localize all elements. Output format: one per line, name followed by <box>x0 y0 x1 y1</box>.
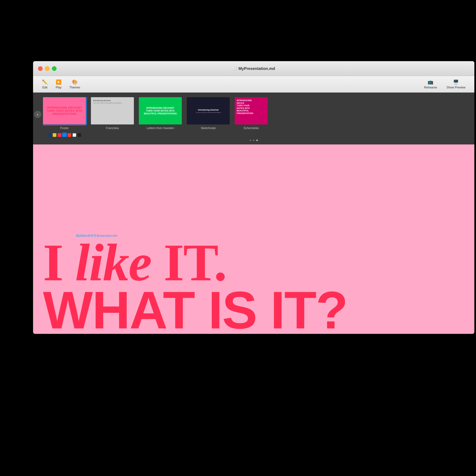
traffic-lights <box>38 66 56 71</box>
color-swatches <box>48 133 81 137</box>
document-icon: ⬜ <box>232 67 237 71</box>
dot-1[interactable] <box>250 139 251 141</box>
edit-icon: ✏️ <box>42 79 48 85</box>
franziska-name: Franziska <box>106 126 119 130</box>
pagination <box>43 139 464 143</box>
dot-3[interactable] <box>256 139 258 141</box>
rehearse-button[interactable]: 📺 Rehearse <box>420 78 441 91</box>
play-button[interactable]: ▶️ Play <box>52 78 66 91</box>
swatch-red[interactable] <box>58 133 61 137</box>
theme-sketch-thumb: Introducing Deckset Turn your notes into… <box>187 97 230 124</box>
themes-grid: INTRODUCING DECKSETTURN YOUR NOTES INTOP… <box>43 97 464 137</box>
swatch-black[interactable] <box>78 133 81 137</box>
theme-letters-from-sweden[interactable]: INTRODUCING DECKSETTURN YOUR NOTES INTOB… <box>139 97 182 130</box>
window-title: MyPresentation.md <box>238 66 275 71</box>
maximize-button[interactable] <box>52 66 56 71</box>
slide-text-container: 精品Mac软件尽在macstore.info I like IT. WHAT I… <box>33 232 474 334</box>
theme-scherz-thumb: INTRODUCINGDECKSTURN YOURNOTES INTOBEAUT… <box>235 97 268 124</box>
theme-scherzkeks[interactable]: INTRODUCINGDECKSTURN YOURNOTES INTOBEAUT… <box>235 97 268 130</box>
themes-nav-left[interactable]: ‹ <box>34 111 41 118</box>
dot-2[interactable] <box>253 139 255 141</box>
theme-franziska[interactable]: Introducing Deckset Turn your notes into… <box>91 97 134 130</box>
headline-line1: I like IT. <box>43 239 464 286</box>
scherz-title: INTRODUCINGDECKSTURN YOURNOTES INTOBEAUT… <box>237 99 253 115</box>
theme-sketchnote[interactable]: Introducing Deckset Turn your notes into… <box>187 97 230 130</box>
scherzkeks-name: Scherzkeks <box>243 126 259 130</box>
rehearse-icon: 📺 <box>427 79 433 85</box>
poster-name: Poster <box>60 126 69 130</box>
themes-label: Themes <box>69 86 80 89</box>
swatch-yellow[interactable] <box>53 133 56 137</box>
theme-franziska-thumb: Introducing Deckset Turn your notes into… <box>91 97 134 124</box>
slide-preview: 精品Mac软件尽在macstore.info I like IT. WHAT I… <box>33 144 474 334</box>
swatch-navy[interactable] <box>48 133 51 137</box>
swatch-blue[interactable] <box>63 133 66 137</box>
theme-poster-thumb: INTRODUCING DECKSETTURN YOUR NOTES INTOP… <box>43 97 86 124</box>
headline-line2: WHAT IS IT? <box>43 286 464 334</box>
sketchnote-name: Sketchnote <box>201 126 216 130</box>
show-preview-label: Show Preview <box>447 86 465 89</box>
themes-panel: ‹ INTRODUCING DECKSETTURN YOUR NOTES INT… <box>33 93 474 144</box>
titlebar: ⬜ MyPresentation.md <box>33 61 474 76</box>
sketch-title: Introducing Deckset <box>198 109 219 111</box>
watermark: 精品Mac软件尽在macstore.info <box>76 234 117 238</box>
edit-button[interactable]: ✏️ Edit <box>38 78 52 91</box>
play-icon: ▶️ <box>56 79 62 85</box>
poster-title: INTRODUCING DECKSETTURN YOUR NOTES INTOP… <box>47 106 83 116</box>
app-window: ⬜ MyPresentation.md ✏️ Edit ▶️ Play 🎨 Th… <box>33 61 474 334</box>
edit-label: Edit <box>42 86 48 89</box>
franziska-title: Introducing Deckset <box>93 100 111 102</box>
title-area: ⬜ MyPresentation.md <box>232 66 275 71</box>
sketch-sub: Turn your notes into beautiful presentat… <box>196 112 221 113</box>
swatch-white[interactable] <box>72 133 76 137</box>
show-preview-icon: 🖥️ <box>453 79 459 85</box>
themes-icon: 🎨 <box>72 79 78 85</box>
rehearse-label: Rehearse <box>424 86 437 89</box>
toolbar: ✏️ Edit ▶️ Play 🎨 Themes 📺 Rehearse 🖥️ S… <box>33 76 474 93</box>
theme-sweden-thumb: INTRODUCING DECKSETTURN YOUR NOTES INTOB… <box>139 97 182 124</box>
swatch-coral[interactable] <box>68 133 71 137</box>
close-button[interactable] <box>38 66 43 71</box>
themes-button[interactable]: 🎨 Themes <box>66 78 84 91</box>
minimize-button[interactable] <box>45 66 50 71</box>
play-label: Play <box>56 86 62 89</box>
theme-poster[interactable]: INTRODUCING DECKSETTURN YOUR NOTES INTOP… <box>43 97 86 137</box>
show-preview-button[interactable]: 🖥️ Show Preview <box>442 78 469 91</box>
toolbar-right: 📺 Rehearse 🖥️ Show Preview <box>420 78 469 91</box>
sweden-name: Letters from Sweden <box>147 126 174 130</box>
franziska-body: Turn your notes into beautiful presentat… <box>93 102 122 104</box>
sweden-title: INTRODUCING DECKSETTURN YOUR NOTES INTOB… <box>144 107 177 115</box>
